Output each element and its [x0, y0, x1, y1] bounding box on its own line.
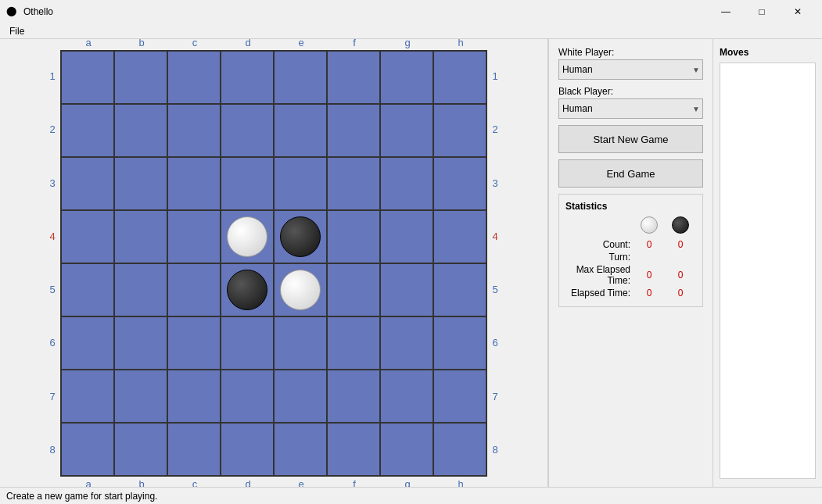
row-label-right-8: 8: [489, 423, 501, 476]
cell-6-0[interactable]: [61, 370, 114, 423]
end-game-button[interactable]: End Game: [558, 159, 703, 188]
cell-5-0[interactable]: [61, 316, 114, 370]
cell-3-4[interactable]: [274, 210, 327, 263]
board-wrapper: a b c d e f g h 1 2 3 4 5 6 7 8: [46, 39, 501, 487]
moves-title: Moves: [720, 47, 816, 58]
white-player-section: White Player: Human Computer ▼: [558, 47, 703, 80]
cell-5-3[interactable]: [221, 316, 274, 370]
menu-file[interactable]: File: [3, 25, 31, 38]
cell-1-0[interactable]: [61, 104, 114, 157]
cell-6-4[interactable]: [274, 370, 327, 423]
cell-0-1[interactable]: [114, 51, 167, 104]
cell-0-3[interactable]: [221, 51, 274, 104]
elapsed-row: Elapsed Time: 0 0: [565, 288, 696, 298]
statistics-title: Statistics: [565, 201, 696, 212]
cell-6-2[interactable]: [167, 370, 221, 423]
cell-2-2[interactable]: [167, 157, 221, 210]
maximize-button[interactable]: □: [744, 0, 780, 23]
cell-1-6[interactable]: [380, 104, 433, 157]
cell-7-4[interactable]: [274, 423, 327, 476]
cell-4-3[interactable]: [221, 263, 274, 316]
cell-3-7[interactable]: [433, 210, 486, 263]
cell-3-6[interactable]: [380, 210, 433, 263]
minimize-button[interactable]: —: [708, 0, 744, 23]
cell-7-0[interactable]: [61, 423, 114, 476]
cell-0-2[interactable]: [167, 51, 221, 104]
cell-7-6[interactable]: [380, 423, 433, 476]
white-player-dropdown-wrapper: Human Computer ▼: [558, 59, 703, 80]
cell-7-5[interactable]: [327, 423, 380, 476]
cell-2-3[interactable]: [221, 157, 274, 210]
cell-6-6[interactable]: [380, 370, 433, 423]
col-label-d: d: [221, 39, 275, 48]
cell-2-1[interactable]: [114, 157, 167, 210]
white-piece-icon: [641, 216, 658, 234]
row-labels-left: 1 2 3 4 5 6 7 8: [46, 50, 59, 477]
cell-6-3[interactable]: [221, 370, 274, 423]
cell-3-2[interactable]: [167, 210, 221, 263]
col-label-bot-g: g: [381, 478, 434, 488]
cell-4-0[interactable]: [61, 263, 114, 316]
col-label-bot-a: a: [62, 478, 115, 488]
cell-2-0[interactable]: [61, 157, 114, 210]
row-label-left-1: 1: [46, 50, 59, 103]
cell-1-3[interactable]: [221, 104, 274, 157]
cell-4-4[interactable]: [274, 263, 327, 316]
cell-2-7[interactable]: [433, 157, 486, 210]
cell-0-0[interactable]: [61, 51, 114, 104]
moves-list[interactable]: [720, 63, 816, 479]
cell-1-4[interactable]: [274, 104, 327, 157]
turn-label: Turn:: [565, 252, 634, 263]
statistics-box: Statistics Count: 0 0: [558, 194, 703, 307]
cell-6-7[interactable]: [433, 370, 486, 423]
cell-0-5[interactable]: [327, 51, 380, 104]
cell-5-4[interactable]: [274, 316, 327, 370]
cell-6-5[interactable]: [327, 370, 380, 423]
cell-2-4[interactable]: [274, 157, 327, 210]
cell-1-7[interactable]: [433, 104, 486, 157]
cell-7-2[interactable]: [167, 423, 221, 476]
cell-1-1[interactable]: [114, 104, 167, 157]
main-content: a b c d e f g h 1 2 3 4 5 6 7 8: [0, 39, 822, 487]
col-label-g: g: [381, 39, 434, 48]
start-game-button[interactable]: Start New Game: [558, 125, 703, 153]
cell-3-1[interactable]: [114, 210, 167, 263]
cell-3-5[interactable]: [327, 210, 380, 263]
col-labels-bottom: a b c d e f g h: [62, 478, 501, 488]
cell-4-6[interactable]: [380, 263, 433, 316]
cell-4-5[interactable]: [327, 263, 380, 316]
close-button[interactable]: ✕: [780, 0, 816, 23]
cell-4-1[interactable]: [114, 263, 167, 316]
cell-3-0[interactable]: [61, 210, 114, 263]
cell-5-1[interactable]: [114, 316, 167, 370]
black-player-select[interactable]: Human Computer: [558, 98, 703, 119]
cell-5-7[interactable]: [433, 316, 486, 370]
cell-0-6[interactable]: [380, 51, 433, 104]
cell-7-3[interactable]: [221, 423, 274, 476]
white-elapsed: 0: [634, 288, 665, 298]
cell-5-2[interactable]: [167, 316, 221, 370]
turn-row: Turn:: [565, 252, 696, 263]
col-label-bot-c: c: [168, 478, 221, 488]
cell-0-4[interactable]: [274, 51, 327, 104]
cell-6-1[interactable]: [114, 370, 167, 423]
cell-1-2[interactable]: [167, 104, 221, 157]
cell-5-5[interactable]: [327, 316, 380, 370]
cell-7-1[interactable]: [114, 423, 167, 476]
cell-4-7[interactable]: [433, 263, 486, 316]
cell-1-5[interactable]: [327, 104, 380, 157]
cell-3-3[interactable]: [221, 210, 274, 263]
cell-2-5[interactable]: [327, 157, 380, 210]
game-board[interactable]: [60, 50, 487, 477]
cell-7-7[interactable]: [433, 423, 486, 476]
max-elapsed-label: Max Elapsed Time:: [565, 264, 634, 286]
cell-2-6[interactable]: [380, 157, 433, 210]
app-title: Othello: [23, 6, 53, 17]
board-with-labels: 1 2 3 4 5 6 7 8 1 2 3 4: [46, 50, 501, 477]
col-label-f: f: [328, 39, 381, 48]
cell-4-2[interactable]: [167, 263, 221, 316]
row-labels-right: 1 2 3 4 5 6 7 8: [489, 50, 501, 477]
cell-5-6[interactable]: [380, 316, 433, 370]
white-player-select[interactable]: Human Computer: [558, 59, 703, 80]
cell-0-7[interactable]: [433, 51, 486, 104]
